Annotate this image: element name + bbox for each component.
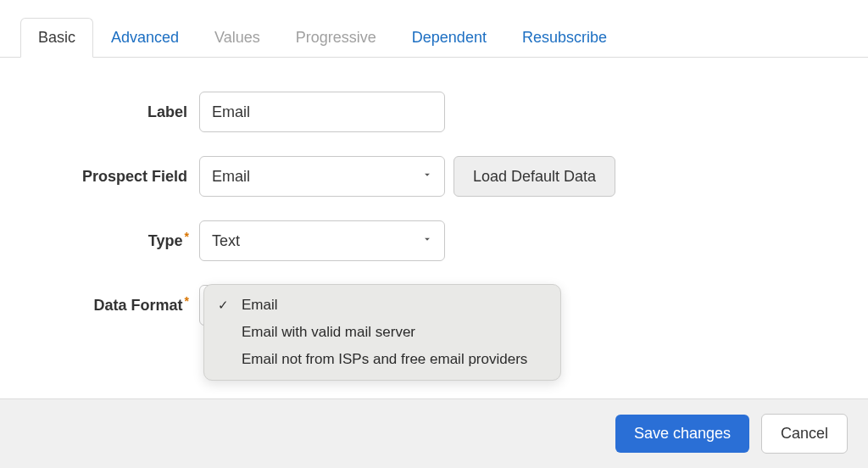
check-icon: ✓ [218,298,229,313]
cancel-button[interactable]: Cancel [761,414,848,454]
row-prospect-field: Prospect Field Email Load Default Data [51,156,817,197]
row-type: Type Text [51,220,817,261]
tab-progressive[interactable]: Progressive [278,18,394,58]
select-prospect-field-value: Email [199,156,445,197]
input-label[interactable] [199,92,445,132]
row-label: Label [51,92,817,132]
dropdown-option-email-not-isp[interactable]: Email not from ISPs and free email provi… [204,346,560,373]
label-label: Label [51,103,199,121]
dropdown-option-email-valid-server[interactable]: Email with valid mail server [204,319,560,346]
dropdown-option-label: Email not from ISPs and free email provi… [242,351,527,367]
dropdown-option-label: Email with valid mail server [242,324,415,340]
button-load-default-data[interactable]: Load Default Data [453,156,615,197]
tab-dependent[interactable]: Dependent [394,18,504,58]
tab-values[interactable]: Values [197,18,278,58]
label-data-format: Data Format [51,297,199,315]
tabs-bar: Basic Advanced Values Progressive Depend… [0,0,868,58]
select-type-value: Text [199,220,445,261]
data-format-dropdown: ✓ Email Email with valid mail server Ema… [203,284,561,381]
tab-basic[interactable]: Basic [20,18,93,58]
footer: Save changes Cancel [0,398,868,468]
select-type[interactable]: Text [199,220,445,261]
tab-resubscribe[interactable]: Resubscribe [504,18,625,58]
label-type: Type [51,232,199,250]
save-button[interactable]: Save changes [615,415,749,453]
dropdown-option-label: Email [242,297,278,313]
select-prospect-field[interactable]: Email [199,156,445,197]
dropdown-option-email[interactable]: ✓ Email [204,292,560,319]
tab-advanced[interactable]: Advanced [93,18,197,58]
label-prospect-field: Prospect Field [51,168,199,186]
